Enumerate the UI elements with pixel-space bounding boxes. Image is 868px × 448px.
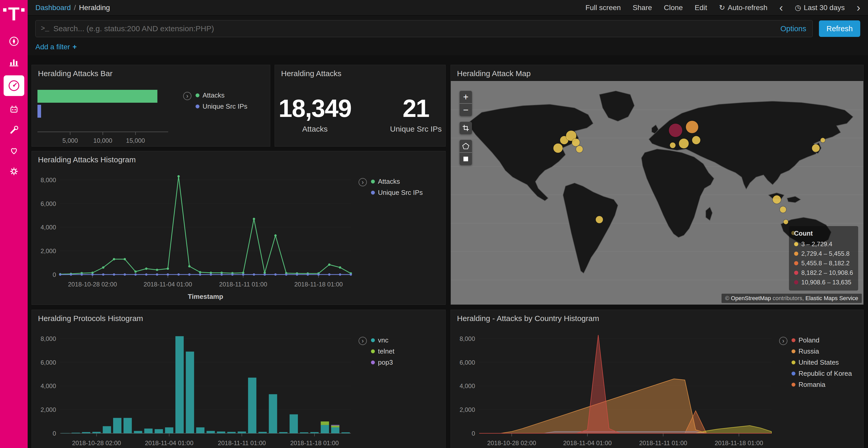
map-legend-dot	[794, 271, 798, 275]
options-link[interactable]: Options	[780, 25, 806, 33]
legend-label: vnc	[378, 336, 388, 344]
bar-Attacks	[37, 90, 157, 103]
legend-toggle-icon[interactable]: ›	[779, 337, 787, 345]
attribution-prefix: ©	[725, 295, 731, 302]
add-filter-link[interactable]: Add a filter+	[35, 43, 77, 51]
svg-text:8,000: 8,000	[40, 176, 56, 183]
legend-item[interactable]: Unique Src IPs	[195, 102, 247, 110]
openstreetmap-link[interactable]: OpenStreetMap	[731, 295, 771, 302]
metric-attacks: 18,349 Attacks	[278, 94, 351, 133]
sidebar-item-visualize[interactable]	[7, 55, 21, 69]
legend-label: Attacks	[203, 91, 224, 99]
legend-toggle-icon[interactable]: ›	[359, 337, 367, 345]
bar-vnc	[300, 432, 308, 433]
map-legend-item: 3 – 2,729.4	[794, 239, 853, 249]
map-marker[interactable]	[812, 144, 820, 152]
legend-item[interactable]: United States	[792, 358, 852, 367]
sidebar-item-discover[interactable]	[7, 34, 21, 48]
map-marker[interactable]	[553, 143, 563, 153]
sidebar-nav	[0, 34, 28, 179]
svg-text:Timestamp: Timestamp	[188, 292, 223, 300]
time-range-picker[interactable]: ◷Last 30 days	[795, 3, 845, 12]
time-back-button[interactable]: ‹	[779, 4, 783, 11]
legend-label: Poland	[799, 336, 819, 344]
clock-icon: ◷	[795, 4, 801, 12]
legend-item[interactable]: Republic of Korea	[792, 370, 852, 378]
sidebar-item-dashboards[interactable]	[4, 75, 24, 96]
map-polygon-tool-button[interactable]	[460, 140, 472, 152]
panel-title: Heralding Attack Map	[451, 65, 863, 81]
map-marker[interactable]	[669, 124, 682, 137]
rectangle-icon	[462, 155, 470, 163]
bar-vnc	[248, 378, 256, 433]
protocols-histogram-chart: 02,0004,0006,0008,0002018-10-28 02:00201…	[32, 326, 359, 448]
legend-toggle-icon[interactable]: ›	[359, 178, 367, 186]
legend-item[interactable]: Attacks	[195, 91, 247, 99]
panel-heralding-protocols-histogram: Heralding Protocols Histogram 02,0004,00…	[32, 310, 445, 448]
sidebar-item-tools[interactable]	[7, 123, 21, 137]
share-button[interactable]: Share	[633, 4, 652, 12]
map-marker[interactable]	[679, 139, 689, 148]
app-root: T	[0, 0, 868, 448]
svg-text:2018-10-28 02:00: 2018-10-28 02:00	[487, 440, 536, 446]
bar-vnc	[227, 432, 236, 433]
legend-item[interactable]: telnet	[371, 347, 395, 355]
svg-text:2018-11-04 01:00: 2018-11-04 01:00	[144, 281, 192, 288]
map-count-legend: Count 3 – 2,729.42,729.4 – 5,455.85,455.…	[789, 226, 858, 290]
svg-text:2,000: 2,000	[460, 406, 475, 413]
map-marker[interactable]	[670, 142, 676, 148]
svg-text:8,000: 8,000	[460, 335, 475, 342]
map-marker[interactable]	[783, 219, 788, 224]
bar-vnc	[320, 425, 329, 433]
map-marker[interactable]	[820, 138, 825, 142]
map-fit-bounds-button[interactable]	[460, 122, 472, 134]
bar-vnc	[289, 414, 298, 433]
map-marker[interactable]	[572, 139, 580, 146]
map-marker[interactable]	[773, 195, 781, 204]
map-rectangle-tool-button[interactable]	[460, 153, 472, 165]
map-legend-item: 8,182.2 – 10,908.6	[794, 268, 853, 277]
panel-title: Heralding - Attacks by Country Histogram	[451, 310, 863, 326]
logo-square-right	[21, 8, 25, 12]
legend-label: Unique Src IPs	[203, 102, 247, 110]
panel-title: Heralding Protocols Histogram	[32, 310, 445, 326]
clone-button[interactable]: Clone	[664, 4, 683, 12]
refresh-button[interactable]: Refresh	[819, 21, 860, 37]
panel-heralding-attacks-histogram: Heralding Attacks Histogram 02,0004,0006…	[32, 151, 445, 305]
svg-text:2018-11-18 01:00: 2018-11-18 01:00	[715, 440, 763, 446]
legend-item[interactable]: vnc	[371, 336, 395, 344]
search-input[interactable]	[53, 24, 780, 33]
legend-item[interactable]: pop3	[371, 358, 395, 367]
map-marker[interactable]	[576, 146, 583, 152]
bar-telnet	[331, 425, 339, 427]
auto-refresh-button[interactable]: ↻Auto-refresh	[719, 3, 768, 12]
map-marker[interactable]	[780, 206, 786, 213]
bar-vnc	[155, 429, 163, 433]
legend-item[interactable]: Russia	[792, 347, 852, 355]
sidebar-item-tpot[interactable]	[7, 102, 21, 117]
sidebar-item-monitoring[interactable]	[7, 143, 21, 158]
refresh-cycle-icon: ↻	[719, 4, 725, 12]
metric-row: 18,349 Attacks 21 Unique Src IPs	[275, 81, 445, 146]
legend-item[interactable]: Romania	[792, 381, 852, 389]
map-zoom-out-button[interactable]: −	[460, 104, 472, 116]
attack-map[interactable]: + −	[451, 81, 863, 305]
legend-item[interactable]: Poland	[792, 336, 852, 344]
breadcrumb-dashboard-link[interactable]: Dashboard	[35, 4, 71, 12]
map-zoom-in-button[interactable]: +	[460, 91, 472, 103]
telekom-logo[interactable]: T	[0, 0, 28, 22]
time-forward-button[interactable]: ›	[857, 4, 860, 11]
map-marker[interactable]	[692, 136, 700, 144]
edit-button[interactable]: Edit	[695, 4, 707, 12]
legend-item[interactable]: Unique Src IPs	[371, 188, 423, 197]
full-screen-button[interactable]: Full screen	[585, 4, 621, 12]
bar-vnc	[269, 394, 277, 433]
sidebar-item-settings[interactable]	[7, 164, 21, 179]
elastic-maps-link[interactable]: Elastic Maps Service	[805, 295, 858, 302]
legend-item[interactable]: Attacks	[371, 177, 423, 185]
panel-heralding-attacks-bar: Heralding Attacks Bar 5,00010,00015,000 …	[32, 65, 270, 146]
country-histogram-chart: 02,0004,0006,0008,0002018-10-28 02:00201…	[451, 326, 779, 448]
legend-toggle-icon[interactable]: ›	[183, 92, 191, 100]
map-marker[interactable]	[596, 216, 603, 223]
map-marker[interactable]	[686, 121, 698, 133]
